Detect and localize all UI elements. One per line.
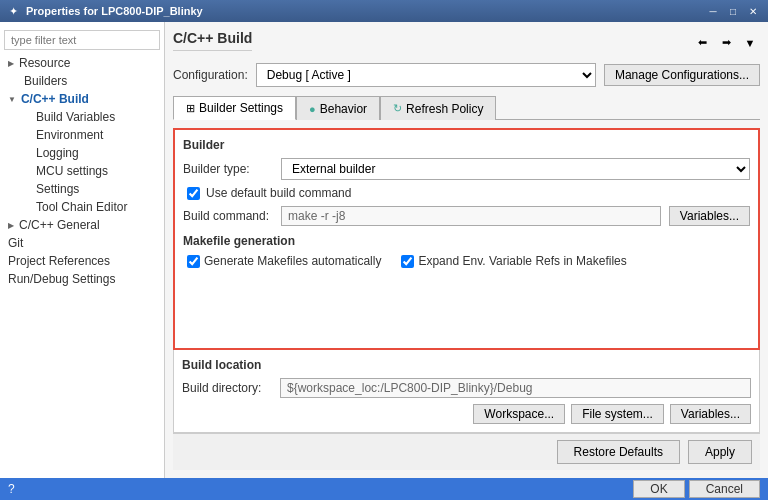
build-command-label: Build command:: [183, 209, 273, 223]
sidebar-item-project-references[interactable]: Project References: [0, 252, 164, 270]
sidebar-item-cpp-general[interactable]: C/C++ General: [0, 216, 164, 234]
builder-settings-icon: ⊞: [186, 102, 195, 115]
right-panel: C/C++ Build ⬅ ➡ ▼ Configuration: Debug […: [165, 22, 768, 478]
help-icon-area[interactable]: ?: [8, 482, 15, 496]
sidebar-item-git[interactable]: Git: [0, 234, 164, 252]
apply-button[interactable]: Apply: [688, 440, 752, 464]
status-bar: ? OK Cancel: [0, 478, 768, 500]
sidebar-item-mcu-settings[interactable]: MCU settings: [0, 162, 164, 180]
tab-refresh-policy-label: Refresh Policy: [406, 102, 483, 116]
dropdown-button[interactable]: ▼: [740, 33, 760, 53]
help-icon: ?: [8, 482, 15, 496]
use-default-row: Use default build command: [183, 186, 750, 200]
use-default-checkbox[interactable]: [187, 187, 200, 200]
tab-builder-settings[interactable]: ⊞ Builder Settings: [173, 96, 296, 120]
makefile-checkboxes-row: Generate Makefiles automatically Expand …: [183, 254, 750, 268]
filter-input[interactable]: [4, 30, 160, 50]
sidebar-item-builders[interactable]: Builders: [0, 72, 164, 90]
manage-configurations-button[interactable]: Manage Configurations...: [604, 64, 760, 86]
tab-behavior-label: Behavior: [320, 102, 367, 116]
app-icon: ✦: [6, 4, 20, 18]
panel-title: C/C++ Build: [173, 30, 252, 51]
status-buttons: OK Cancel: [633, 480, 760, 498]
sidebar-item-tool-chain-editor[interactable]: Tool Chain Editor: [0, 198, 164, 216]
location-variables-button[interactable]: Variables...: [670, 404, 751, 424]
build-command-row: Build command: Variables...: [183, 206, 750, 226]
makefile-title: Makefile generation: [183, 234, 750, 248]
back-button[interactable]: ⬅: [692, 33, 712, 53]
expand-env-checkbox[interactable]: [401, 255, 414, 268]
title-bar: ✦ Properties for LPC800-DIP_Blinky ─ □ ✕: [0, 0, 768, 22]
ok-button[interactable]: OK: [633, 480, 684, 498]
configuration-row: Configuration: Debug [ Active ] Manage C…: [173, 63, 760, 87]
main-container: Resource Builders C/C++ Build Build Vari…: [0, 22, 768, 500]
sidebar-item-logging[interactable]: Logging: [0, 144, 164, 162]
behavior-icon: ●: [309, 103, 316, 115]
builder-type-select[interactable]: External builder CDT Internal Builder: [281, 158, 750, 180]
sidebar-item-settings[interactable]: Settings: [0, 180, 164, 198]
refresh-policy-icon: ↻: [393, 102, 402, 115]
generate-makefiles-label: Generate Makefiles automatically: [204, 254, 381, 268]
tab-builder-settings-label: Builder Settings: [199, 101, 283, 115]
configuration-select[interactable]: Debug [ Active ]: [256, 63, 596, 87]
build-dir-row: Build directory:: [182, 378, 751, 398]
sidebar: Resource Builders C/C++ Build Build Vari…: [0, 22, 165, 478]
generate-makefiles-checkbox[interactable]: [187, 255, 200, 268]
sidebar-item-environment[interactable]: Environment: [0, 126, 164, 144]
builder-section-title: Builder: [183, 138, 750, 152]
generate-makefiles-item: Generate Makefiles automatically: [187, 254, 381, 268]
content-area: Resource Builders C/C++ Build Build Vari…: [0, 22, 768, 478]
build-directory-input[interactable]: [280, 378, 751, 398]
maximize-button[interactable]: □: [724, 3, 742, 19]
sidebar-item-run-debug-settings[interactable]: Run/Debug Settings: [0, 270, 164, 288]
content-box: Builder Builder type: External builder C…: [173, 128, 760, 350]
build-location-section: Build location Build directory: Workspac…: [173, 350, 760, 433]
tab-behavior[interactable]: ● Behavior: [296, 96, 380, 120]
use-default-label: Use default build command: [206, 186, 351, 200]
close-button[interactable]: ✕: [744, 3, 762, 19]
restore-defaults-button[interactable]: Restore Defaults: [557, 440, 680, 464]
builder-type-label: Builder type:: [183, 162, 273, 176]
workspace-button[interactable]: Workspace...: [473, 404, 565, 424]
filesystem-button[interactable]: File system...: [571, 404, 664, 424]
bottom-bar: Restore Defaults Apply: [173, 433, 760, 470]
build-location-title: Build location: [182, 358, 751, 372]
config-label: Configuration:: [173, 68, 248, 82]
window-controls: ─ □ ✕: [704, 3, 762, 19]
build-dir-buttons: Workspace... File system... Variables...: [182, 404, 751, 424]
cancel-button[interactable]: Cancel: [689, 480, 760, 498]
sidebar-item-build-variables[interactable]: Build Variables: [0, 108, 164, 126]
build-directory-label: Build directory:: [182, 381, 272, 395]
expand-env-label: Expand Env. Variable Refs in Makefiles: [418, 254, 626, 268]
build-variables-button[interactable]: Variables...: [669, 206, 750, 226]
tab-refresh-policy[interactable]: ↻ Refresh Policy: [380, 96, 496, 120]
expand-env-item: Expand Env. Variable Refs in Makefiles: [401, 254, 626, 268]
forward-button[interactable]: ➡: [716, 33, 736, 53]
minimize-button[interactable]: ─: [704, 3, 722, 19]
sidebar-item-resource[interactable]: Resource: [0, 54, 164, 72]
sidebar-item-cpp-build[interactable]: C/C++ Build: [0, 90, 164, 108]
builder-type-row: Builder type: External builder CDT Inter…: [183, 158, 750, 180]
build-command-input[interactable]: [281, 206, 661, 226]
tabs: ⊞ Builder Settings ● Behavior ↻ Refresh …: [173, 95, 760, 120]
toolbar: ⬅ ➡ ▼: [692, 33, 760, 53]
window-title: Properties for LPC800-DIP_Blinky: [26, 5, 704, 17]
